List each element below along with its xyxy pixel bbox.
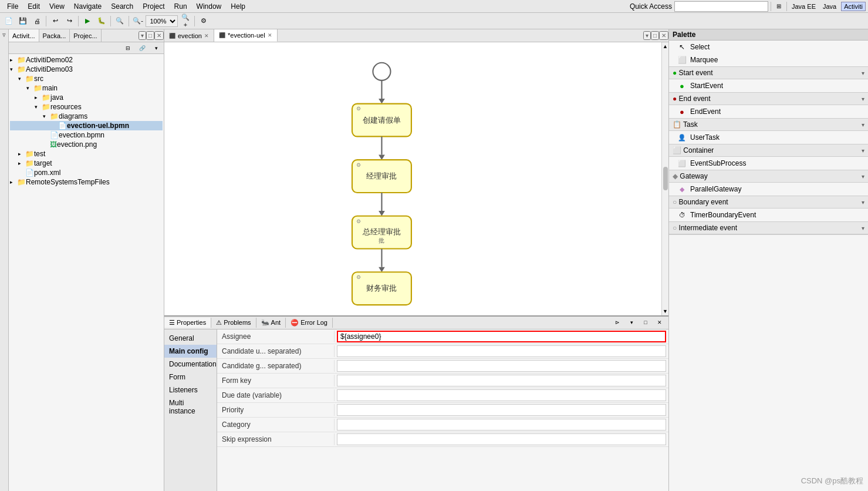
palette-item-select[interactable]: ↖Select [669,41,868,53]
palette-item-timerboundaryevent[interactable]: ⏱TimerBoundaryEvent [669,208,868,221]
tree-item[interactable]: ▸📁java [10,93,163,102]
explorer-tab-project[interactable]: Projec... [70,29,101,42]
left-icon-1[interactable]: ⊳ [0,31,8,40]
prop-input-1[interactable] [337,345,666,357]
zoom-in-btn[interactable]: 🔍+ [179,15,192,28]
tree-item[interactable]: 🖼evection.png [10,140,163,149]
tab-close-evection-uel[interactable]: ✕ [268,32,272,38]
start-event-node[interactable] [373,63,390,80]
scroll-down[interactable]: ▼ [663,308,668,314]
perspective-javaee[interactable]: Java EE [789,2,818,11]
nav-multiinstance[interactable]: Multi instance [164,396,217,418]
perspective-activiti[interactable]: Activiti [841,2,866,11]
explorer-menu-btn[interactable]: ▾ [150,42,163,55]
nav-general[interactable]: General [164,332,217,345]
palette-item-marquee[interactable]: ⬜Marquee [669,53,868,66]
nav-listeners[interactable]: Listeners [164,384,217,396]
menu-search[interactable]: Search [106,1,138,12]
palette-section-header-start-event[interactable]: ● Start event▾ [669,67,868,79]
prop-input-4[interactable] [337,389,666,401]
debug-btn[interactable]: 🐛 [95,15,108,28]
scroll-up[interactable]: ▲ [663,43,668,49]
zoom-out-btn[interactable]: 🔍- [131,15,144,28]
panel-maximize[interactable]: □ [639,316,652,329]
perspective-java[interactable]: Java [820,2,839,11]
panel-close[interactable]: ✕ [653,316,666,329]
tree-item[interactable]: ▾📁diagrams [10,112,163,121]
prop-input-3[interactable] [337,375,666,386]
panel-minimize[interactable]: ▾ [625,316,638,329]
tree-item[interactable]: ▸📁target [10,159,163,168]
prop-input-6[interactable] [337,419,666,431]
run-btn[interactable]: ▶ [81,15,94,28]
tree-item[interactable]: 📄evection-uel.bpmn [10,121,163,130]
palette-item-usertask[interactable]: 👤UserTask [669,131,868,144]
palette-section-header-boundary-event[interactable]: ○ Boundary event▾ [669,196,868,208]
tree-item[interactable]: ▸📁ActivitiDemo02 [10,55,163,65]
scroll-thumb[interactable] [663,167,668,190]
section-arrow: ▾ [862,147,864,154]
explorer-tab-package[interactable]: Packa... [39,29,70,42]
menu-file[interactable]: File [2,1,23,12]
zoom-select[interactable]: 100% 75% 50% 150% 200% [146,15,178,27]
palette-section-header-end-event[interactable]: ● End event▾ [669,93,868,105]
menu-edit[interactable]: Edit [23,1,45,12]
nav-mainconfig[interactable]: Main config [164,345,217,358]
prop-input-5[interactable] [337,404,666,416]
panel-open-btn[interactable]: ⊳ [611,316,624,329]
workbench-btn[interactable]: ⊞ [774,1,784,12]
explorer-maximize[interactable]: □ [146,31,154,40]
editor-tab-evection[interactable]: ⬛ evection ✕ [164,29,214,42]
link-editor-btn[interactable]: 🔗 [136,42,148,55]
menu-window[interactable]: Window [192,1,227,12]
bottom-tab-properties[interactable]: ☰ Properties [164,318,211,328]
menu-help[interactable]: Help [226,1,250,12]
tab-close-evection[interactable]: ✕ [204,33,209,39]
nav-form[interactable]: Form [164,371,217,384]
menu-view[interactable]: View [45,1,69,12]
tree-item[interactable]: ▸📁test [10,149,163,159]
tree-item[interactable]: ▾📁resources [10,102,163,112]
tree-item[interactable]: ▾📁main [10,83,163,93]
editor-maximize[interactable]: □ [651,31,659,40]
menu-project[interactable]: Project [138,1,169,12]
prop-input-2[interactable] [337,360,666,372]
palette-section-header-task[interactable]: 📋 Task▾ [669,119,868,131]
undo-btn[interactable]: ↩ [49,15,62,28]
palette-section-header-intermediate-event[interactable]: ○ Intermediate event▾ [669,222,868,234]
bottom-tab-ant[interactable]: 🐜 Ant [256,318,286,328]
explorer-close[interactable]: ✕ [154,31,164,40]
tree-item[interactable]: 📄evection.bpmn [10,130,163,140]
nav-documentation[interactable]: Documentation [164,358,217,371]
diagram-canvas[interactable]: ▲ ▼ ⚙ 创建请假单 [164,42,668,315]
more-tools-btn[interactable]: ⚙ [197,15,210,28]
prop-input-7[interactable] [337,433,666,445]
explorer-minimize[interactable]: ▾ [139,31,146,40]
new-btn[interactable]: 📄 [2,15,15,28]
palette-section-header-container[interactable]: ⬜ Container▾ [669,144,868,157]
palette-item-parallelgateway[interactable]: ◆ParallelGateway [669,183,868,196]
quick-access-input[interactable] [674,1,768,12]
palette-section-header-gateway[interactable]: ◆ Gateway▾ [669,170,868,183]
menu-run[interactable]: Run [170,1,192,12]
tree-item[interactable]: 📄pom.xml [10,168,163,177]
redo-btn[interactable]: ↪ [63,15,76,28]
print-btn[interactable]: 🖨 [31,15,43,28]
palette-item-endevent[interactable]: ●EndEvent [669,105,868,118]
collapse-all-btn[interactable]: ⊟ [121,42,134,55]
palette-item-eventsubprocess[interactable]: ⬜EventSubProcess [669,157,868,170]
editor-tab-evection-uel[interactable]: ⬛ *evection-uel ✕ [214,29,278,42]
tree-item[interactable]: ▾📁src [10,74,163,83]
bottom-tab-errorlog[interactable]: ⛔ Error Log [286,318,333,328]
explorer-tab-activiti[interactable]: Activit... [9,29,39,42]
editor-close[interactable]: ✕ [659,31,668,40]
editor-minimize[interactable]: ▾ [643,31,651,40]
search-btn[interactable]: 🔍 [113,15,126,28]
tree-item[interactable]: ▾📁ActivitiDemo03 [10,65,163,74]
save-btn[interactable]: 💾 [16,15,29,28]
bottom-tab-problems[interactable]: ⚠ Problems [211,318,256,328]
tree-item[interactable]: ▸📁RemoteSystemsTempFiles [10,177,163,187]
palette-item-startevent[interactable]: ●StartEvent [669,79,868,92]
menu-navigate[interactable]: Navigate [69,1,106,12]
prop-input-0[interactable] [337,331,666,342]
